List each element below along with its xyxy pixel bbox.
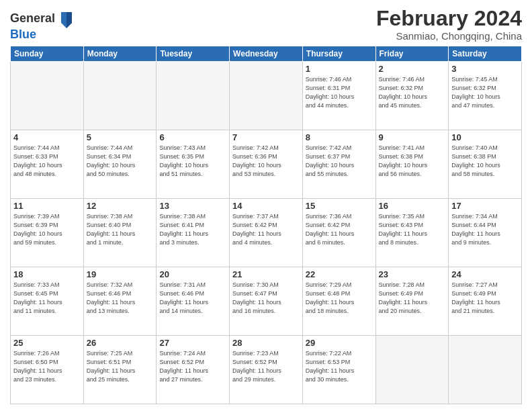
day-number: 29 [306,338,373,348]
day-number: 6 [159,132,226,142]
day-number: 21 [232,269,300,279]
calendar-cell: 16Sunrise: 7:35 AM Sunset: 6:43 PM Dayli… [375,199,449,267]
calendar-cell [230,62,303,130]
col-header-wednesday: Wednesday [230,46,303,62]
day-info: Sunrise: 7:22 AM Sunset: 6:53 PM Dayligh… [306,349,373,384]
calendar-cell: 24Sunrise: 7:27 AM Sunset: 6:49 PM Dayli… [449,267,522,336]
day-number: 11 [13,201,81,211]
calendar-cell: 15Sunrise: 7:36 AM Sunset: 6:42 PM Dayli… [302,199,375,267]
calendar-cell: 21Sunrise: 7:30 AM Sunset: 6:47 PM Dayli… [230,267,303,336]
day-info: Sunrise: 7:40 AM Sunset: 6:38 PM Dayligh… [451,144,519,179]
col-header-friday: Friday [375,46,449,62]
day-number: 28 [232,338,300,348]
calendar-cell [11,62,84,130]
day-number: 17 [451,201,519,211]
calendar-cell: 11Sunrise: 7:39 AM Sunset: 6:39 PM Dayli… [11,199,84,267]
day-info: Sunrise: 7:38 AM Sunset: 6:40 PM Dayligh… [87,212,154,247]
day-number: 1 [306,64,373,74]
day-info: Sunrise: 7:35 AM Sunset: 6:43 PM Dayligh… [379,212,446,247]
day-number: 4 [13,132,81,142]
calendar-cell: 9Sunrise: 7:41 AM Sunset: 6:38 PM Daylig… [375,130,449,199]
day-number: 12 [87,201,154,211]
logo-blue: Blue [10,28,73,42]
week-row-4: 25Sunrise: 7:26 AM Sunset: 6:50 PM Dayli… [11,336,522,404]
calendar-table: SundayMondayTuesdayWednesdayThursdayFrid… [10,46,522,404]
calendar-cell: 26Sunrise: 7:25 AM Sunset: 6:51 PM Dayli… [83,336,157,404]
day-number: 7 [232,132,300,142]
logo-general: General [10,9,73,28]
day-info: Sunrise: 7:41 AM Sunset: 6:38 PM Dayligh… [379,144,446,179]
day-info: Sunrise: 7:29 AM Sunset: 6:48 PM Dayligh… [306,281,373,316]
day-number: 23 [379,269,446,279]
day-info: Sunrise: 7:34 AM Sunset: 6:44 PM Dayligh… [451,212,519,247]
main-title: February 2024 [376,7,522,30]
calendar-header-row: SundayMondayTuesdayWednesdayThursdayFrid… [11,46,522,62]
calendar-cell: 14Sunrise: 7:37 AM Sunset: 6:42 PM Dayli… [230,199,303,267]
calendar-cell: 28Sunrise: 7:23 AM Sunset: 6:52 PM Dayli… [230,336,303,404]
day-number: 13 [159,201,226,211]
day-info: Sunrise: 7:25 AM Sunset: 6:51 PM Dayligh… [87,349,154,384]
day-info: Sunrise: 7:38 AM Sunset: 6:41 PM Dayligh… [159,212,226,247]
calendar-cell [375,336,449,404]
calendar-cell: 10Sunrise: 7:40 AM Sunset: 6:38 PM Dayli… [449,130,522,199]
week-row-3: 18Sunrise: 7:33 AM Sunset: 6:45 PM Dayli… [11,267,522,336]
calendar-cell: 18Sunrise: 7:33 AM Sunset: 6:45 PM Dayli… [11,267,84,336]
calendar-cell: 13Sunrise: 7:38 AM Sunset: 6:41 PM Dayli… [157,199,230,267]
day-info: Sunrise: 7:32 AM Sunset: 6:46 PM Dayligh… [87,281,154,316]
day-number: 16 [379,201,446,211]
col-header-thursday: Thursday [302,46,375,62]
calendar-cell: 27Sunrise: 7:24 AM Sunset: 6:52 PM Dayli… [157,336,230,404]
day-number: 3 [451,64,519,74]
day-info: Sunrise: 7:42 AM Sunset: 6:36 PM Dayligh… [232,144,300,179]
calendar-cell: 22Sunrise: 7:29 AM Sunset: 6:48 PM Dayli… [302,267,375,336]
col-header-tuesday: Tuesday [157,46,230,62]
col-header-saturday: Saturday [449,46,522,62]
calendar-cell [157,62,230,130]
day-info: Sunrise: 7:46 AM Sunset: 6:31 PM Dayligh… [306,75,373,110]
page: General Blue February 2024 Sanmiao, Chon… [0,0,532,411]
calendar-cell: 6Sunrise: 7:43 AM Sunset: 6:35 PM Daylig… [157,130,230,199]
day-info: Sunrise: 7:42 AM Sunset: 6:37 PM Dayligh… [306,144,373,179]
day-info: Sunrise: 7:28 AM Sunset: 6:49 PM Dayligh… [379,281,446,316]
calendar-cell: 2Sunrise: 7:46 AM Sunset: 6:32 PM Daylig… [375,62,449,130]
day-info: Sunrise: 7:44 AM Sunset: 6:33 PM Dayligh… [13,144,81,179]
calendar-cell: 19Sunrise: 7:32 AM Sunset: 6:46 PM Dayli… [83,267,157,336]
header: General Blue February 2024 Sanmiao, Chon… [10,7,522,42]
calendar-cell: 23Sunrise: 7:28 AM Sunset: 6:49 PM Dayli… [375,267,449,336]
calendar-cell: 29Sunrise: 7:22 AM Sunset: 6:53 PM Dayli… [302,336,375,404]
day-number: 24 [451,269,519,279]
week-row-1: 4Sunrise: 7:44 AM Sunset: 6:33 PM Daylig… [11,130,522,199]
day-info: Sunrise: 7:39 AM Sunset: 6:39 PM Dayligh… [13,212,81,247]
col-header-sunday: Sunday [11,46,84,62]
day-info: Sunrise: 7:44 AM Sunset: 6:34 PM Dayligh… [87,144,154,179]
calendar-cell: 3Sunrise: 7:45 AM Sunset: 6:32 PM Daylig… [449,62,522,130]
calendar-cell: 1Sunrise: 7:46 AM Sunset: 6:31 PM Daylig… [302,62,375,130]
day-info: Sunrise: 7:23 AM Sunset: 6:52 PM Dayligh… [232,349,300,384]
day-number: 27 [159,338,226,348]
day-number: 19 [87,269,154,279]
day-info: Sunrise: 7:37 AM Sunset: 6:42 PM Dayligh… [232,212,300,247]
day-info: Sunrise: 7:26 AM Sunset: 6:50 PM Dayligh… [13,349,81,384]
calendar-cell: 5Sunrise: 7:44 AM Sunset: 6:34 PM Daylig… [83,130,157,199]
logo: General Blue [10,9,73,42]
calendar-cell: 17Sunrise: 7:34 AM Sunset: 6:44 PM Dayli… [449,199,522,267]
day-info: Sunrise: 7:45 AM Sunset: 6:32 PM Dayligh… [451,75,519,110]
title-area: February 2024 Sanmiao, Chongqing, China [376,7,522,42]
day-number: 22 [306,269,373,279]
day-info: Sunrise: 7:30 AM Sunset: 6:47 PM Dayligh… [232,281,300,316]
day-number: 26 [87,338,154,348]
day-number: 10 [451,132,519,142]
day-number: 25 [13,338,81,348]
day-number: 5 [87,132,154,142]
calendar-cell: 20Sunrise: 7:31 AM Sunset: 6:46 PM Dayli… [157,267,230,336]
week-row-0: 1Sunrise: 7:46 AM Sunset: 6:31 PM Daylig… [11,62,522,130]
day-info: Sunrise: 7:33 AM Sunset: 6:45 PM Dayligh… [13,281,81,316]
day-info: Sunrise: 7:24 AM Sunset: 6:52 PM Dayligh… [159,349,226,384]
day-info: Sunrise: 7:31 AM Sunset: 6:46 PM Dayligh… [159,281,226,316]
day-number: 15 [306,201,373,211]
calendar-cell: 12Sunrise: 7:38 AM Sunset: 6:40 PM Dayli… [83,199,157,267]
day-number: 14 [232,201,300,211]
week-row-2: 11Sunrise: 7:39 AM Sunset: 6:39 PM Dayli… [11,199,522,267]
day-info: Sunrise: 7:36 AM Sunset: 6:42 PM Dayligh… [306,212,373,247]
calendar-cell: 4Sunrise: 7:44 AM Sunset: 6:33 PM Daylig… [11,130,84,199]
